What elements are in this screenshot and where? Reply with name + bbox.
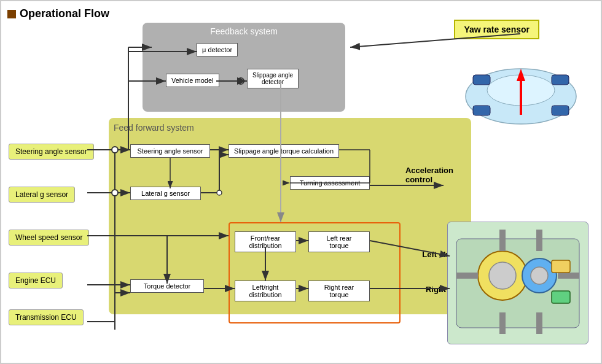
slippage-torque-box: Slippage angle torque calculation <box>229 144 339 158</box>
svg-rect-5 <box>552 75 569 85</box>
svg-rect-3 <box>552 106 569 115</box>
svg-rect-4 <box>473 75 490 85</box>
mu-detector-box: μ detector <box>197 43 238 56</box>
feedback-label: Feedback system <box>146 26 342 36</box>
svg-point-12 <box>531 267 548 284</box>
feedforward-label: Feed forward system <box>114 123 466 133</box>
main-container: Operational Flow Feedback system μ detec… <box>0 0 602 364</box>
feedback-box: Feedback system <box>143 23 345 112</box>
title-square <box>7 10 16 18</box>
steering-sensor-label: Steering angle sensor <box>9 144 94 160</box>
svg-rect-14 <box>558 273 579 279</box>
engine-ecu-label: Engine ECU <box>9 273 63 288</box>
front-rear-box: Front/reardistribution <box>235 231 296 252</box>
torque-detector-box: Torque detector <box>130 279 204 293</box>
ff-lateral-box: Lateral g sensor <box>130 187 201 200</box>
vehicle-model-box: Vehicle model <box>166 74 219 87</box>
svg-rect-18 <box>536 312 542 334</box>
svg-rect-17 <box>536 230 542 251</box>
left-rear-torque-box: Left reartorque <box>308 231 370 252</box>
turning-assessment-box: Turning assessment <box>290 176 370 190</box>
ff-steering-box: Steering angle sensor <box>130 144 210 158</box>
page-title: Operational Flow <box>20 7 109 20</box>
svg-point-10 <box>489 262 516 289</box>
acceleration-label: Accelerationcontrol <box>405 166 453 184</box>
gear-image <box>447 222 588 344</box>
svg-rect-13 <box>456 273 478 279</box>
svg-rect-20 <box>552 291 570 303</box>
svg-rect-19 <box>552 260 570 273</box>
svg-rect-16 <box>499 312 506 334</box>
car-image <box>459 56 582 130</box>
right-rear-torque-box: Right reartorque <box>308 281 370 301</box>
left-right-box: Left/rightdistribution <box>235 281 296 301</box>
svg-rect-2 <box>473 106 490 115</box>
yaw-rate-sensor: Yaw rate sensor <box>454 20 539 39</box>
title-area: Operational Flow <box>7 7 595 20</box>
svg-rect-15 <box>499 230 506 251</box>
wheel-speed-sensor-label: Wheel speed sensor <box>9 230 89 246</box>
lateral-g-sensor-label: Lateral g sensor <box>9 187 75 203</box>
transmission-ecu-label: Transmission ECU <box>9 309 84 325</box>
slippage-detector-box: Slippage angledetector <box>247 69 299 88</box>
